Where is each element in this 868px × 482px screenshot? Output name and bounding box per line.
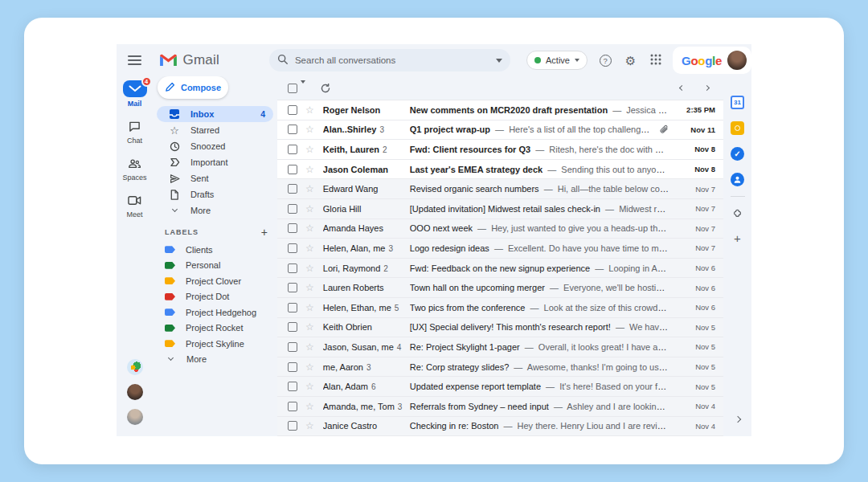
star-icon[interactable]: ☆: [305, 263, 314, 273]
star-icon[interactable]: ☆: [305, 421, 314, 431]
labels-more[interactable]: More: [153, 352, 277, 368]
search-bar[interactable]: [269, 49, 510, 71]
star-icon[interactable]: ☆: [305, 125, 314, 134]
row-checkbox[interactable]: [288, 303, 297, 312]
main-menu-icon[interactable]: [128, 55, 141, 65]
row-checkbox[interactable]: [288, 125, 297, 134]
rail-item-mail[interactable]: 4 Mail: [123, 80, 147, 108]
sidebar-item-starred[interactable]: ☆ Starred: [157, 122, 273, 138]
row-checkbox[interactable]: [288, 165, 297, 174]
star-icon[interactable]: ☆: [305, 145, 314, 154]
select-all-checkbox[interactable]: [288, 84, 297, 93]
star-icon[interactable]: ☆: [305, 322, 314, 332]
email-row[interactable]: ☆ Helen, Alan, me 3 Logo redesign ideas …: [277, 239, 723, 259]
settings-button[interactable]: ⚙: [623, 52, 637, 68]
row-checkbox[interactable]: [288, 223, 297, 233]
sidebar-item-inbox[interactable]: Inbox 4: [157, 106, 273, 122]
row-checkbox[interactable]: [288, 402, 297, 411]
row-checkbox[interactable]: [288, 322, 297, 332]
help-button[interactable]: ?: [598, 52, 612, 68]
star-icon[interactable]: ☆: [305, 402, 314, 411]
addons-button[interactable]: [731, 206, 745, 221]
email-row[interactable]: ☆ Lori, Raymond 2 Fwd: Feedback on the n…: [277, 259, 723, 279]
sidebar-label-item[interactable]: Project Skyline: [153, 336, 277, 352]
star-icon[interactable]: ☆: [305, 165, 314, 174]
row-checkbox[interactable]: [288, 204, 297, 214]
sidebar-item-snoozed[interactable]: Snoozed: [157, 138, 273, 154]
older-page-button[interactable]: [704, 85, 710, 91]
sidebar-label-item[interactable]: Project Hedgehog: [153, 304, 277, 321]
search-input[interactable]: [295, 55, 496, 65]
star-icon[interactable]: ☆: [305, 362, 314, 372]
email-row[interactable]: ☆ Jason Coleman Last year's EMEA strateg…: [277, 160, 723, 180]
contact-avatar-3[interactable]: [127, 409, 143, 425]
row-checkbox[interactable]: [288, 184, 297, 194]
google-account-box[interactable]: Google: [673, 47, 751, 74]
star-icon[interactable]: ☆: [305, 382, 314, 391]
row-checkbox[interactable]: [288, 243, 297, 253]
row-checkbox[interactable]: [288, 421, 297, 431]
user-avatar[interactable]: [727, 51, 747, 70]
contacts-button[interactable]: [731, 172, 745, 186]
row-checkbox[interactable]: [288, 382, 297, 391]
search-options-caret-icon[interactable]: [496, 59, 502, 63]
email-row[interactable]: ☆ me, Aaron 3 Re: Corp strategy slides? …: [277, 357, 723, 378]
refresh-button[interactable]: [320, 83, 331, 94]
row-checkbox[interactable]: [288, 283, 297, 292]
row-checkbox[interactable]: [288, 362, 297, 372]
email-row[interactable]: ☆ Alan..Shirley 3 Q1 project wrap-up — H…: [277, 120, 723, 141]
rail-label-spaces: Spaces: [122, 174, 146, 182]
calendar-button[interactable]: 31: [731, 95, 745, 109]
sidebar-label-item[interactable]: Clients: [153, 242, 277, 258]
email-row[interactable]: ☆ Roger Nelson New comments on MCR2020 d…: [277, 100, 723, 120]
email-snippet: Looping in Annika. The feedback we've...: [608, 263, 669, 273]
email-row[interactable]: ☆ Keith, Lauren 2 Fwd: Client resources …: [277, 140, 723, 160]
email-row[interactable]: ☆ Jason, Susan, me 4 Re: Project Skyligh…: [277, 337, 723, 357]
email-row[interactable]: ☆ Lauren Roberts Town hall on the upcomi…: [277, 278, 723, 298]
sidebar-label-item[interactable]: Project Clover: [153, 273, 277, 289]
star-icon[interactable]: ☆: [305, 303, 314, 312]
star-icon[interactable]: ☆: [305, 243, 314, 253]
email-row[interactable]: ☆ Alan, Adam 6 Updated expense report te…: [277, 377, 723, 397]
row-checkbox[interactable]: [288, 263, 297, 273]
sidebar-label-item[interactable]: Personal: [153, 258, 277, 274]
compose-button[interactable]: Compose: [158, 76, 228, 99]
star-icon[interactable]: ☆: [305, 204, 314, 214]
select-options-caret-icon[interactable]: [301, 84, 305, 93]
sidebar-item-sent[interactable]: Sent: [157, 170, 273, 186]
star-icon[interactable]: ☆: [305, 184, 314, 194]
add-panel-app-button[interactable]: +: [734, 232, 741, 244]
email-row[interactable]: ☆ Keith Obrien [UX] Special delivery! Th…: [277, 318, 723, 338]
email-row[interactable]: ☆ Helen, Ethan, me 5 Two pics from the c…: [277, 298, 723, 318]
sidebar-item-more[interactable]: More: [157, 202, 273, 219]
rail-item-chat[interactable]: Chat: [127, 118, 143, 145]
apps-grid-button[interactable]: [649, 52, 663, 68]
row-checkbox[interactable]: [288, 342, 297, 352]
star-icon[interactable]: ☆: [305, 223, 314, 233]
contact-avatar-2[interactable]: [127, 384, 143, 400]
add-label-button[interactable]: +: [261, 227, 268, 238]
help-icon: ?: [600, 55, 612, 67]
star-icon[interactable]: ☆: [305, 105, 314, 115]
email-row[interactable]: ☆ Amanda Hayes OOO next week — Hey, just…: [277, 219, 723, 239]
email-row[interactable]: ☆ Edward Wang Revised organic search num…: [277, 179, 723, 199]
sidebar-item-important[interactable]: Important: [157, 154, 273, 170]
tasks-button[interactable]: ✓: [731, 146, 745, 161]
contact-avatar-1[interactable]: [127, 359, 143, 375]
sidebar-item-drafts[interactable]: Drafts: [157, 186, 273, 202]
star-icon[interactable]: ☆: [305, 342, 314, 352]
sidebar-label-item[interactable]: Project Dot: [153, 289, 277, 305]
newer-page-button[interactable]: [679, 85, 685, 91]
email-row[interactable]: ☆ Janice Castro Checking in re: Boston —…: [277, 417, 723, 437]
row-checkbox[interactable]: [288, 105, 297, 115]
star-icon[interactable]: ☆: [305, 283, 314, 292]
rail-item-meet[interactable]: Meet: [126, 192, 142, 219]
status-selector[interactable]: Active: [526, 51, 588, 70]
row-checkbox[interactable]: [288, 145, 297, 154]
sidebar-label-item[interactable]: Project Rocket: [153, 321, 277, 337]
keep-button[interactable]: [731, 120, 745, 135]
rail-item-spaces[interactable]: Spaces: [122, 155, 146, 182]
email-row[interactable]: ☆ Amanda, me, Tom 3 Referrals from Sydne…: [277, 397, 723, 417]
expand-panel-button[interactable]: [735, 414, 740, 423]
email-row[interactable]: ☆ Gloria Hill [Updated invitation] Midwe…: [277, 199, 723, 219]
